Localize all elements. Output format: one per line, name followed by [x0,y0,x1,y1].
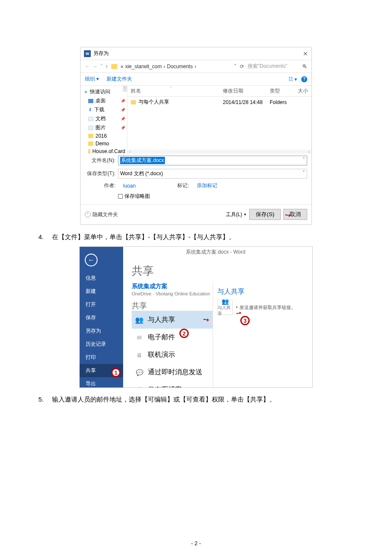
recent-icon[interactable]: ˅ [100,64,103,69]
refresh-icon[interactable]: ⟳ [240,64,244,69]
share-email[interactable]: ✉ 电子邮件 2 [132,329,213,346]
toolbar: 组织 ▾ 新建文件夹 ☷ ▾ ? [81,73,311,86]
new-folder-button[interactable]: 新建文件夹 [107,75,132,83]
invite-button[interactable]: 👥 与人共享 [217,300,233,315]
share-people-heading: 与人共享 [217,287,308,296]
share-im[interactable]: 💬 通过即时消息发送 [132,364,213,381]
menu-export[interactable]: 导出 [80,377,123,388]
filetype-label: 保存类型(T): [85,170,115,177]
tools-button[interactable]: 工具(L) ▼ [226,211,247,218]
breadcrumb[interactable]: « xie_starwit_com › Documents › [121,64,231,69]
menu-info[interactable]: 信息 [80,272,123,285]
chevron-down-icon[interactable]: ˅ [303,157,305,164]
back-button[interactable]: ← [85,254,98,266]
tree-2016[interactable]: 2016 [81,132,127,140]
search-input[interactable]: 搜索"Documents" 🔍︎ [248,63,307,70]
invite-description: ▪ 发送邀请并获取共享链接。 [236,304,296,311]
star-icon: ★ [84,90,88,94]
word-backstage: ← 信息 新建 打开 保存 另存为 历史记录 打印 共享 导出 关闭 1 系统集… [79,246,313,388]
dropdown-icon[interactable]: ˅ [234,64,236,69]
scroll-left-icon[interactable]: ‹ [127,150,133,154]
scroll-right-icon[interactable]: › [306,150,311,154]
menu-new[interactable]: 新建 [80,285,123,298]
nav-bar: ← → ˅ ↑ « xie_starwit_com › Documents › … [81,60,311,73]
document-icon [88,117,93,121]
word-icon: W [84,50,91,57]
help-icon[interactable]: ? [301,76,307,82]
people-icon: 👥 [135,315,144,324]
people-icon: 👥 [222,298,229,305]
filename-input[interactable]: 系统集成方案.docx ˅ [118,156,307,165]
page-number: - 2 - [38,540,354,546]
author-value: luoan [123,183,135,189]
blog-icon: 📄 [135,386,144,388]
tag-input[interactable]: 添加标记 [197,182,217,189]
folder-icon [111,64,117,69]
sort-icon: ˄ [170,87,172,90]
horizontal-scrollbar[interactable]: ‹ › [127,150,311,154]
backstage-sidebar: ← 信息 新建 打开 保存 另存为 历史记录 打印 共享 导出 关闭 1 [80,247,123,387]
folder-icon [88,142,93,146]
save-button[interactable]: 保存(S) [249,209,281,220]
hide-folders-button[interactable]: ˄ 隐藏文件夹 [85,211,118,218]
pin-icon: 📌 [121,117,125,121]
annotation-badge-1: 1 [111,368,121,377]
menu-print[interactable]: 打印 [80,351,123,364]
tree-downloads[interactable]: ⬇下载📌 [81,105,127,114]
col-type[interactable]: 类型 [270,87,295,95]
forward-icon[interactable]: → [92,64,98,69]
menu-save[interactable]: 保存 [80,311,123,324]
menu-saveas[interactable]: 另存为 [80,324,123,338]
list-item[interactable]: 与每个人共享 2014/11/28 14:48 Folders [127,97,311,107]
pin-icon: 📌 [121,126,125,130]
filename-label: 文件名(N): [85,157,115,164]
share-blog[interactable]: 📄 发布至博客 [132,381,213,388]
chevron-up-icon: ˄ [85,211,91,217]
tree-demo[interactable]: Demo [81,140,127,147]
tree-desktop[interactable]: 桌面📌 [81,96,127,105]
save-as-dialog: W 另存为 ✕ ← → ˅ ↑ « xie_starwit_com › Docu… [80,47,312,225]
close-icon[interactable]: ✕ [303,50,308,57]
file-list: ˄ 姓名 修改日期 类型 大小 与每个人共享 2014/11/28 14:48 … [127,86,311,154]
share-heading: 共享 [132,263,213,278]
document-location: OneDrive - Vbotang Online Education [132,291,213,296]
col-name[interactable]: 姓名 [131,87,223,95]
back-icon[interactable]: ← [85,64,90,69]
thumbnail-checkbox[interactable] [118,194,123,199]
document-title: 系统集成方案.docx - Word [123,247,312,257]
desktop-icon [88,99,93,103]
document-name: 系统集成方案 [132,283,213,290]
thumbnail-label: 保存缩略图 [124,193,150,200]
tree-hoc[interactable]: House.of.Card [81,147,127,154]
menu-history[interactable]: 历史记录 [80,338,123,351]
col-size[interactable]: 大小 [295,87,308,95]
share-with-people[interactable]: 👥 与人共享 ➘ [132,311,213,329]
tree-pictures[interactable]: 图片📌 [81,123,127,132]
tree-panel: ˄ ★快速访问 桌面📌 ⬇下载📌 文档📌 图片📌 2016 Demo House… [81,86,127,154]
tree-documents[interactable]: 文档📌 [81,114,127,123]
search-icon: 🔍︎ [302,64,307,69]
step-4: 4. 在【文件】菜单中，单击【共享】-【与人共享】-【与人共享】。 [38,233,354,241]
organize-button[interactable]: 组织 ▾ [85,75,99,83]
share-present[interactable]: 🖥 联机演示 [132,346,213,364]
present-icon: 🖥 [135,351,144,359]
dialog-title: 另存为 [93,50,109,57]
folder-icon [88,149,90,153]
download-icon: ⬇ [88,107,92,113]
col-date[interactable]: 修改日期 [223,87,270,95]
filetype-select[interactable]: Word 文档 (*.docx) ˅ [118,169,307,179]
scroll-up-icon[interactable]: ˄ [123,86,127,92]
folder-icon [131,100,136,104]
dialog-title-bar: W 另存为 ✕ [81,47,311,60]
annotation-badge-3: 3 [240,316,250,325]
pictures-icon [88,126,93,130]
pin-icon: 📌 [121,108,125,112]
view-icon[interactable]: ☷ ▾ [288,76,297,82]
folder-icon [88,134,93,138]
annotation-badge-2: 2 [179,329,189,338]
menu-open[interactable]: 打开 [80,298,123,311]
tree-quick-access[interactable]: ★快速访问 [81,87,127,96]
im-icon: 💬 [135,368,144,377]
up-icon[interactable]: ↑ [105,64,108,69]
chevron-down-icon[interactable]: ˅ [303,170,305,177]
